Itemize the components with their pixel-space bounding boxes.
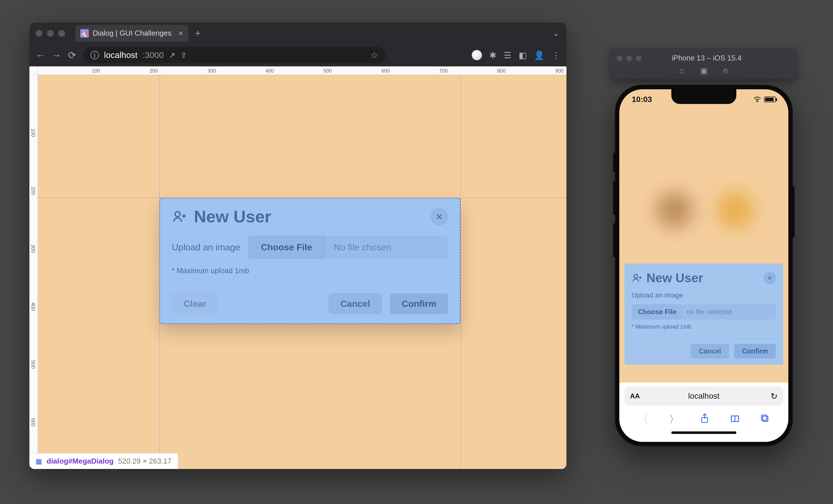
phone-mute-switch [613, 153, 615, 172]
ruler-tick: 600 [381, 68, 390, 74]
ruler-tick: 200 [149, 68, 158, 74]
confirm-button[interactable]: Confirm [390, 294, 448, 314]
ruler-tick: 100 [30, 129, 36, 137]
page-canvas[interactable]: New User Upload an image Choose File No … [38, 75, 567, 469]
upload-label: Upload an image [632, 291, 776, 299]
devtools-panel-icon[interactable]: ◧ [519, 50, 527, 60]
phone-page[interactable]: New User Upload an image Choose File no … [619, 109, 788, 382]
svg-point-5 [757, 101, 758, 102]
close-icon [767, 275, 772, 280]
tab-title: Dialog | GUI Challenges [93, 29, 171, 37]
extensions-icon[interactable]: ✱ [489, 50, 496, 60]
tabs-overflow-icon[interactable]: ⌄ [553, 28, 559, 38]
dialog-footer: Cancel Confirm [624, 338, 783, 360]
phone-volume-down [613, 223, 615, 257]
zoom-window-icon[interactable] [636, 55, 642, 61]
safari-address-bar[interactable]: AA localhost ↻ [624, 386, 783, 406]
ruler-tick: 200 [30, 186, 36, 195]
window-controls[interactable] [35, 30, 65, 37]
mega-dialog[interactable]: New User Upload an image Choose File No … [160, 198, 460, 324]
minimize-window-icon[interactable] [626, 55, 632, 61]
viewport: 100 200 300 400 500 600 700 800 900 100 … [29, 67, 567, 469]
ruler-tick: 800 [497, 68, 506, 74]
clear-button[interactable]: Clear [172, 294, 218, 314]
address-bar[interactable]: i localhost:3000 ↗ ⇪ ☆ [83, 47, 385, 63]
choose-file-button[interactable]: Choose File [248, 236, 325, 258]
screenshot-icon[interactable]: ▣ [700, 66, 708, 75]
browser-chrome: 🦄 Dialog | GUI Challenges × + ⌄ ← → ⟳ i … [29, 23, 567, 67]
ruler-tick: 300 [208, 68, 216, 74]
browser-window: 🦄 Dialog | GUI Challenges × + ⌄ ← → ⟳ i … [29, 23, 567, 469]
simulator-icons: ⌂ ▣ ⎋ [680, 66, 728, 75]
dialog-header: New User [624, 263, 783, 289]
upload-hint: * Maximum upload 1mb [632, 324, 776, 330]
grid-icon: ▦ [35, 457, 42, 465]
phone-power-button [792, 186, 794, 237]
ruler-tick: 600 [30, 418, 36, 427]
extension-compass-icon[interactable] [472, 50, 482, 60]
forward-button[interactable]: → [51, 50, 61, 61]
site-info-icon[interactable]: i [91, 51, 99, 59]
file-input[interactable]: Choose File No file chosen [248, 236, 448, 258]
simulator-title: iPhone 13 – iOS 15.4 [642, 54, 772, 62]
ruler-tick: 400 [265, 68, 274, 74]
cancel-button[interactable]: Cancel [329, 294, 382, 314]
close-icon [435, 213, 443, 220]
tabs-icon[interactable] [760, 413, 769, 426]
reload-button[interactable]: ⟳ [67, 49, 77, 61]
ruler-horizontal: 100 200 300 400 500 600 700 800 900 [38, 67, 567, 75]
mega-dialog-mobile[interactable]: New User Upload an image Choose File no … [624, 263, 783, 365]
new-tab-button[interactable]: + [195, 28, 201, 39]
favicon-icon: 🦄 [80, 29, 89, 37]
reload-icon[interactable]: ↻ [770, 391, 778, 401]
dialog-body: Upload an image Choose File no file sele… [624, 289, 783, 332]
back-icon[interactable]: 〈 [638, 412, 648, 426]
ruler-tick: 100 [92, 68, 100, 74]
rotate-icon[interactable]: ⎋ [723, 66, 728, 75]
ruler-corner [29, 67, 38, 75]
bookmark-icon[interactable]: ☆ [371, 50, 378, 60]
share-icon[interactable] [700, 413, 709, 426]
background-blur [656, 192, 693, 228]
share-icon[interactable]: ⇪ [180, 51, 187, 60]
browser-tab[interactable]: 🦄 Dialog | GUI Challenges × [75, 25, 188, 42]
dialog-title: New User [194, 207, 271, 226]
ruler-tick: 500 [30, 360, 36, 369]
home-indicator[interactable] [671, 431, 736, 434]
upload-row: Upload an image Choose File No file chos… [172, 236, 448, 258]
add-user-icon [632, 273, 642, 283]
cancel-button[interactable]: Cancel [691, 344, 729, 358]
devtools-badge: ▦ dialog#MegaDialog 520.29 × 263.17 [29, 453, 178, 469]
confirm-button[interactable]: Confirm [734, 344, 776, 358]
home-icon[interactable]: ⌂ [680, 66, 684, 75]
dialog-close-button[interactable] [430, 208, 448, 225]
dialog-body: Upload an image Choose File No file chos… [160, 232, 460, 277]
dialog-header: New User [160, 198, 460, 232]
forward-icon[interactable]: 〉 [669, 412, 679, 426]
file-input[interactable]: Choose File no file selected [632, 304, 776, 320]
zoom-window-icon[interactable] [58, 30, 65, 37]
bookmarks-icon[interactable] [730, 413, 740, 426]
ruler-tick: 300 [30, 244, 36, 253]
overflow-menu-icon[interactable]: ⋮ [552, 50, 560, 60]
upload-hint: * Maximum upload 1mb [172, 267, 448, 275]
open-external-icon[interactable]: ↗ [169, 51, 175, 60]
close-window-icon[interactable] [617, 55, 622, 61]
profile-icon[interactable]: 👤 [534, 50, 544, 60]
toolbar: ← → ⟳ i localhost:3000 ↗ ⇪ ☆ ✱ ☰ ◧ 👤 ⋮ [29, 44, 567, 67]
back-button[interactable]: ← [35, 50, 45, 61]
reading-list-icon[interactable]: ☰ [504, 50, 511, 60]
simulator-window-controls[interactable] [611, 55, 642, 61]
minimize-window-icon[interactable] [47, 30, 54, 37]
ruler-vertical: 100 200 300 400 500 600 [29, 75, 38, 469]
status-time: 10:03 [632, 95, 652, 104]
background-blur [717, 192, 754, 228]
svg-point-0 [175, 211, 180, 217]
tab-close-icon[interactable]: × [178, 28, 183, 38]
add-user-icon [172, 209, 187, 224]
dialog-close-button[interactable] [763, 272, 776, 284]
ruler-tick: 400 [30, 302, 36, 311]
close-window-icon[interactable] [35, 30, 42, 37]
reader-icon[interactable]: AA [630, 392, 640, 400]
choose-file-button[interactable]: Choose File [632, 304, 683, 320]
